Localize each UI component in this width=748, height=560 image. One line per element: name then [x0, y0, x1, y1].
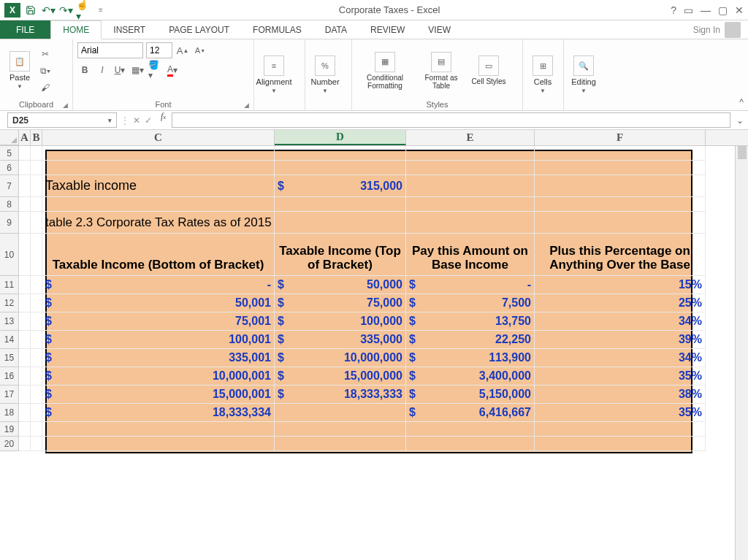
- font-name-select[interactable]: [77, 42, 143, 58]
- undo-button[interactable]: ↶▾: [41, 3, 56, 18]
- hdr-bottom: Taxable Income (Bottom of Bracket): [45, 258, 271, 272]
- row-header[interactable]: 5: [0, 146, 19, 161]
- copy-button[interactable]: ⧉▾: [38, 64, 53, 78]
- row-header[interactable]: 19: [0, 422, 19, 437]
- cut-button[interactable]: ✂: [38, 47, 53, 61]
- qat-customize[interactable]: ≡: [94, 3, 108, 18]
- row-header[interactable]: 16: [0, 367, 19, 386]
- name-box-value: D25: [12, 115, 28, 126]
- bold-button[interactable]: B: [77, 63, 92, 77]
- cond-fmt-label: Conditional Formatting: [356, 74, 413, 90]
- row-header[interactable]: 6: [0, 161, 19, 175]
- alignment-button[interactable]: ≡Alignment▼: [259, 55, 289, 94]
- col-header-f[interactable]: F: [535, 130, 706, 145]
- cancel-formula-button[interactable]: ✕: [133, 115, 140, 126]
- table-cell: 335,001: [229, 351, 271, 364]
- col-header-c[interactable]: C: [42, 130, 275, 145]
- font-size-select[interactable]: [146, 42, 172, 58]
- col-header-a[interactable]: A: [19, 130, 31, 145]
- formula-bar: D25 ▾ ⋮ ✕ ✓ fx ⌄: [0, 111, 748, 130]
- table-cell: 100,001: [229, 333, 271, 346]
- table-cell: 50,000: [367, 278, 402, 291]
- sign-in-label: Sign In: [693, 25, 720, 35]
- row-header[interactable]: 10: [0, 234, 19, 276]
- paste-icon: 📋: [9, 51, 30, 72]
- tab-view[interactable]: VIEW: [416, 20, 462, 39]
- app-icon[interactable]: X: [4, 3, 20, 18]
- maximize-button[interactable]: ▢: [718, 4, 728, 16]
- cells-button[interactable]: ⊞Cells▼: [527, 55, 558, 94]
- collapse-ribbon-button[interactable]: ^: [739, 97, 744, 107]
- row-header[interactable]: 8: [0, 197, 19, 212]
- save-button[interactable]: [23, 3, 38, 18]
- row-header[interactable]: 7: [0, 175, 19, 197]
- group-alignment: ≡Alignment▼: [254, 39, 305, 110]
- clipboard-dialog-launcher[interactable]: ◢: [63, 101, 68, 109]
- tab-review[interactable]: REVIEW: [359, 20, 416, 39]
- sign-in[interactable]: Sign In: [686, 20, 748, 39]
- row-header[interactable]: 17: [0, 386, 19, 404]
- touch-mode-button[interactable]: ☝▾: [76, 3, 91, 18]
- row-header[interactable]: 11: [0, 276, 19, 294]
- clipboard-label: Clipboard: [19, 100, 53, 109]
- tab-formulas[interactable]: FORMULAS: [241, 20, 313, 39]
- ribbon: 📋 Paste ▼ ✂ ⧉▾ 🖌 Clipboard◢ A▲ A▼ B I: [0, 39, 748, 111]
- window-title: Corporate Taxes - Excel: [108, 4, 671, 15]
- select-all-corner[interactable]: [0, 130, 19, 145]
- col-header-e[interactable]: E: [406, 130, 535, 145]
- percent-icon: %: [315, 55, 335, 76]
- paste-button[interactable]: 📋 Paste ▼: [4, 51, 35, 90]
- col-header-d[interactable]: D: [275, 130, 406, 145]
- increase-font-button[interactable]: A▲: [175, 43, 190, 58]
- table-cell: 35%: [538, 369, 702, 383]
- table-cell: 25%: [538, 296, 702, 310]
- underline-button[interactable]: U▾: [112, 63, 127, 77]
- row-header[interactable]: 9: [0, 212, 19, 234]
- cond-fmt-icon: ▦: [375, 52, 395, 72]
- group-number: %Number▼: [305, 39, 352, 110]
- worksheet-grid[interactable]: A B C D E F 5 6 7 Taxable income $315,00…: [0, 130, 748, 560]
- close-button[interactable]: ✕: [735, 4, 744, 16]
- minimize-button[interactable]: —: [701, 4, 711, 16]
- table-cell: 34%: [538, 315, 702, 328]
- enter-formula-button[interactable]: ✓: [145, 115, 152, 126]
- font-dialog-launcher[interactable]: ◢: [244, 101, 249, 109]
- tab-data[interactable]: DATA: [313, 20, 359, 39]
- name-box[interactable]: D25 ▾: [7, 112, 117, 128]
- format-as-table-button[interactable]: ▤Format as Table: [416, 52, 466, 90]
- fmt-table-label: Format as Table: [416, 74, 466, 90]
- italic-button[interactable]: I: [95, 63, 110, 77]
- number-button[interactable]: %Number▼: [310, 55, 340, 94]
- col-header-b[interactable]: B: [31, 130, 42, 145]
- row-header[interactable]: 20: [0, 437, 19, 451]
- row-header[interactable]: 13: [0, 312, 19, 331]
- row-header[interactable]: 15: [0, 349, 19, 367]
- borders-button[interactable]: ▦▾: [130, 63, 145, 77]
- fill-color-button[interactable]: 🪣▾: [148, 63, 162, 77]
- table-cell: 35%: [538, 406, 702, 419]
- cell-styles-icon: ▭: [478, 55, 499, 76]
- fx-icon[interactable]: fx: [156, 111, 170, 129]
- tab-home[interactable]: HOME: [50, 20, 102, 39]
- row-header[interactable]: 18: [0, 404, 19, 422]
- formula-input[interactable]: [172, 112, 730, 128]
- format-painter-button[interactable]: 🖌: [38, 80, 53, 95]
- tab-file[interactable]: FILE: [0, 20, 50, 39]
- row-header[interactable]: 12: [0, 294, 19, 312]
- hdr-top: Taxable Income (Top of Bracket): [278, 244, 402, 272]
- expand-formula-bar[interactable]: ⌄: [736, 115, 744, 126]
- conditional-formatting-button[interactable]: ▦Conditional Formatting: [356, 52, 413, 90]
- paste-label: Paste: [9, 73, 30, 82]
- cell-styles-button[interactable]: ▭Cell Styles: [469, 55, 508, 85]
- decrease-font-button[interactable]: A▼: [193, 43, 207, 58]
- redo-button[interactable]: ↷▾: [58, 3, 73, 18]
- editing-button[interactable]: 🔍Editing▼: [568, 55, 599, 94]
- ribbon-tabs: FILE HOME INSERT PAGE LAYOUT FORMULAS DA…: [0, 20, 748, 39]
- help-button[interactable]: ?: [671, 4, 676, 16]
- ribbon-display-button[interactable]: ▭: [684, 4, 693, 16]
- font-color-button[interactable]: A▾: [165, 63, 180, 77]
- table-cell: 50,001: [235, 296, 271, 310]
- tab-page-layout[interactable]: PAGE LAYOUT: [157, 20, 241, 39]
- row-header[interactable]: 14: [0, 331, 19, 349]
- tab-insert[interactable]: INSERT: [102, 20, 157, 39]
